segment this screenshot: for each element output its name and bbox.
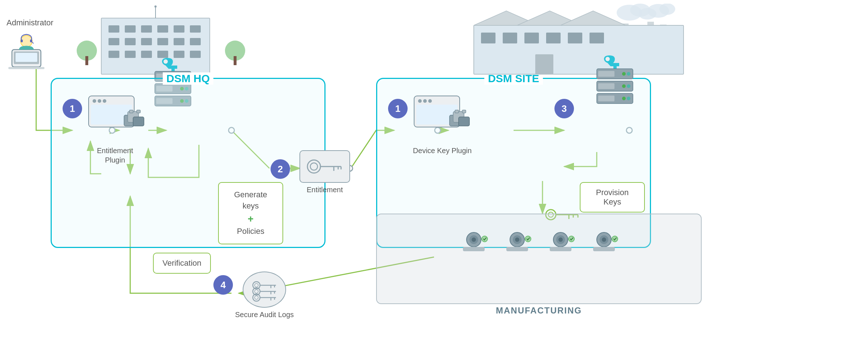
svg-point-109: [255, 283, 258, 287]
svg-rect-59: [133, 117, 144, 126]
svg-point-38: [154, 5, 157, 8]
svg-point-107: [612, 236, 618, 242]
svg-point-55: [103, 99, 106, 103]
verification-box: Verification: [153, 253, 211, 274]
audit-logs-section: Secure Audit Logs: [235, 272, 294, 319]
camera-1-svg: [456, 225, 492, 258]
svg-rect-142: [535, 54, 553, 74]
svg-rect-145: [598, 71, 614, 77]
step-2-circle: 2: [271, 159, 290, 179]
step-4-circle: 4: [213, 275, 233, 295]
provision-keys-box: Provision Keys: [580, 182, 645, 212]
svg-rect-60: [129, 110, 133, 113]
svg-point-53: [93, 99, 96, 103]
svg-rect-61: [137, 110, 140, 113]
plugin-hq: [120, 104, 157, 135]
camera-4-svg: [586, 225, 622, 258]
diagram-container: Administrator: [0, 0, 868, 362]
gen-keys-line1: Generate keys: [226, 189, 275, 212]
svg-rect-9: [16, 53, 37, 62]
gen-keys-line2: Policies: [226, 226, 275, 237]
svg-rect-149: [598, 83, 614, 89]
svg-point-99: [558, 237, 563, 242]
svg-point-39: [163, 59, 168, 64]
svg-point-63: [310, 163, 318, 170]
server-site-svg: [593, 54, 637, 104]
svg-point-62: [307, 160, 320, 173]
admin-label: Administrator: [7, 18, 54, 28]
svg-point-54: [98, 99, 101, 103]
svg-rect-138: [524, 33, 539, 43]
svg-point-70: [423, 99, 427, 103]
svg-point-87: [472, 237, 476, 242]
svg-rect-139: [546, 33, 561, 43]
svg-rect-94: [506, 247, 528, 251]
admin-section: Administrator: [7, 18, 54, 71]
svg-point-154: [622, 97, 626, 100]
svg-rect-17: [141, 25, 152, 33]
svg-rect-140: [568, 33, 582, 43]
entitlement-plugin-label: EntitlementPlugin: [88, 146, 142, 165]
svg-point-155: [627, 97, 630, 100]
svg-point-101: [569, 236, 574, 242]
svg-rect-29: [141, 51, 152, 58]
manufacturing-title: MANUFACTURING: [496, 306, 582, 316]
svg-point-147: [627, 72, 630, 76]
svg-rect-16: [125, 25, 136, 33]
svg-rect-15: [109, 25, 119, 33]
admin-icon: [7, 30, 46, 70]
svg-rect-24: [157, 38, 168, 45]
dsm-hq-title: DSM HQ: [163, 72, 213, 85]
svg-rect-100: [550, 247, 571, 251]
entitlement-icon-box: [299, 150, 350, 183]
entitlement-label: Entitlement: [307, 186, 343, 194]
svg-rect-106: [593, 247, 615, 251]
svg-rect-25: [174, 38, 184, 45]
svg-rect-26: [190, 38, 201, 45]
svg-rect-75: [459, 117, 469, 126]
step-1-site-circle: 1: [388, 99, 408, 118]
svg-point-93: [515, 237, 519, 242]
svg-point-143: [605, 57, 610, 61]
audit-logs-svg: [248, 277, 281, 302]
svg-point-119: [255, 296, 258, 299]
svg-rect-34: [85, 56, 88, 65]
svg-rect-136: [481, 33, 495, 43]
svg-rect-36: [234, 56, 237, 65]
camera-2-svg: [499, 225, 535, 258]
server-site: [593, 54, 637, 106]
svg-rect-28: [125, 51, 136, 58]
audit-logs-icon-box: [243, 272, 286, 308]
svg-rect-76: [455, 110, 459, 113]
svg-point-69: [418, 99, 422, 103]
svg-rect-19: [174, 25, 184, 33]
svg-point-151: [627, 84, 630, 88]
camera-3: [542, 225, 579, 258]
svg-point-95: [525, 236, 531, 242]
svg-marker-135: [561, 11, 626, 25]
svg-rect-77: [462, 110, 466, 113]
svg-rect-10: [8, 67, 44, 69]
step-1-hq-circle: 1: [63, 99, 82, 118]
gen-keys-box: Generate keys + Policies: [218, 182, 283, 244]
svg-rect-153: [598, 96, 614, 101]
camera-2: [499, 225, 535, 258]
svg-rect-23: [141, 38, 152, 45]
svg-rect-27: [109, 51, 119, 58]
svg-rect-22: [125, 38, 136, 45]
step-3-circle: 3: [554, 99, 574, 118]
svg-rect-141: [590, 33, 604, 43]
svg-rect-137: [503, 33, 517, 43]
provision-keys-label: Provision Keys: [596, 188, 629, 206]
verification-label: Verification: [162, 258, 201, 268]
cameras-row: [377, 214, 701, 258]
svg-point-114: [255, 290, 258, 293]
svg-rect-12: [21, 39, 23, 42]
audit-logs-label: Secure Audit Logs: [235, 311, 294, 319]
svg-rect-21: [109, 38, 119, 45]
plus-sign: +: [226, 212, 275, 226]
camera-4: [586, 225, 622, 258]
svg-point-146: [622, 72, 626, 76]
svg-point-71: [428, 99, 432, 103]
entitlement-section: Entitlement: [299, 150, 350, 194]
